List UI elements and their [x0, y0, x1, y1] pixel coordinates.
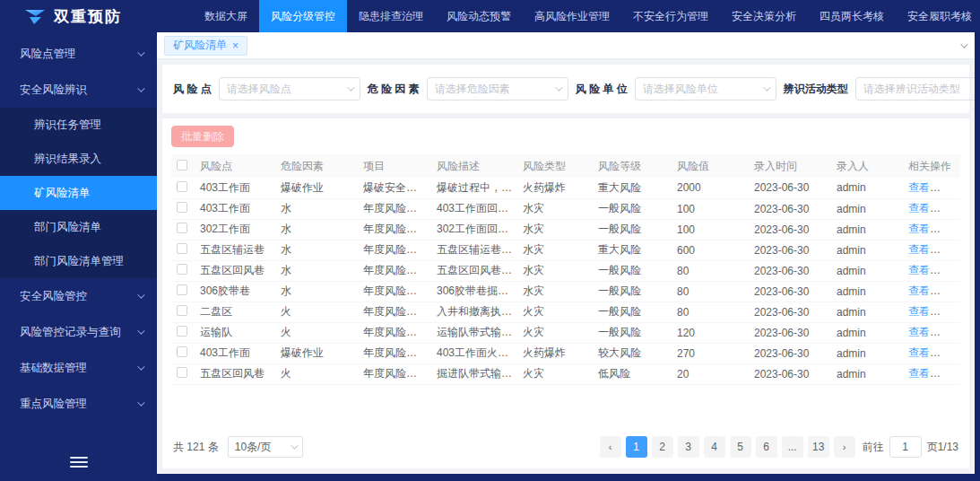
row-checkbox[interactable]: [177, 326, 187, 337]
row-actions: 查看修改删除: [903, 322, 960, 343]
table-cell: admin: [831, 178, 903, 198]
nav-item[interactable]: 四员两长考核: [808, 0, 896, 32]
select-all-checkbox[interactable]: [177, 160, 187, 171]
table-cell: 入井和撤离执行不到...: [431, 302, 517, 322]
table-cell: 运输队: [195, 322, 275, 343]
nav-item[interactable]: 高风险作业管理: [523, 0, 621, 32]
table-cell: 爆破作业: [275, 178, 358, 198]
row-checkbox[interactable]: [177, 367, 187, 378]
table-cell: 水灾: [517, 260, 593, 281]
filter-bar: 风 险 点请选择风险点危 险 因 素请选择危险因素风 险 单 位请选择风险单位辨…: [162, 65, 969, 113]
filter-select[interactable]: 请选择风险点: [219, 77, 360, 101]
next-page-button[interactable]: ›: [834, 436, 855, 458]
sidebar-group[interactable]: 基础数据管理: [0, 350, 157, 386]
row-actions: 查看修改删除: [903, 363, 960, 384]
nav-item[interactable]: 安全决策分析: [720, 0, 808, 32]
row-checkbox[interactable]: [177, 264, 187, 275]
table-cell: 水灾: [517, 219, 593, 240]
sidebar-collapse-button[interactable]: [0, 447, 157, 477]
view-link[interactable]: 查看: [908, 243, 930, 256]
table-cell: 2023-06-30: [749, 198, 831, 219]
filter-select[interactable]: 请选择危险因素: [427, 77, 568, 101]
view-link[interactable]: 查看: [908, 223, 930, 235]
prev-page-button[interactable]: ‹: [600, 436, 621, 458]
close-icon[interactable]: ×: [232, 40, 238, 51]
tab-options-chevron-icon[interactable]: [960, 40, 967, 48]
filter-item: 辨识活动类型请选择辨识活动类型: [784, 77, 975, 101]
view-link[interactable]: 查看: [908, 346, 930, 359]
sidebar-item[interactable]: 部门风险清单: [0, 210, 157, 244]
table-cell: 80: [672, 302, 749, 322]
view-link[interactable]: 查看: [908, 264, 930, 276]
page-ellipsis: ...: [782, 436, 803, 458]
sidebar-group[interactable]: 重点风险管理: [0, 386, 157, 422]
filter-select[interactable]: 请选择风险单位: [635, 77, 776, 101]
table-cell: 重大风险: [593, 240, 672, 260]
nav-item[interactable]: 风险动态预警: [435, 0, 523, 32]
view-link[interactable]: 查看: [908, 367, 930, 380]
table-cell: 403工作面: [195, 178, 275, 198]
row-checkbox[interactable]: [177, 202, 187, 213]
top-navbar: 双重预防 数据大屏风险分级管控隐患排查治理风险动态预警高风险作业管理不安全行为管…: [0, 0, 980, 32]
filter-label: 风 险 点: [173, 82, 212, 97]
tab-mine-risk-list[interactable]: 矿风险清单 ×: [164, 36, 247, 56]
tab-label: 矿风险清单: [173, 38, 227, 53]
column-header: 风险值: [672, 154, 749, 178]
view-link[interactable]: 查看: [908, 326, 930, 338]
row-checkbox[interactable]: [177, 223, 187, 233]
page-button[interactable]: 3: [678, 436, 699, 458]
view-link[interactable]: 查看: [908, 202, 930, 214]
filter-select[interactable]: 请选择辨识活动类型: [855, 77, 975, 101]
view-link[interactable]: 查看: [908, 181, 930, 194]
row-checkbox[interactable]: [177, 346, 187, 357]
nav-item[interactable]: 不安全行为管理: [621, 0, 720, 32]
table-cell: 20: [672, 363, 749, 384]
sidebar-group[interactable]: 风险点管理: [0, 36, 157, 72]
table-cell: 302工作面: [195, 219, 275, 240]
table-cell: 一般风险: [593, 302, 672, 322]
sidebar-group[interactable]: 风险管控记录与查询: [0, 314, 157, 350]
page-size-select[interactable]: 10条/页: [228, 436, 303, 458]
page-button[interactable]: 6: [756, 436, 777, 458]
sidebar-item[interactable]: 辨识结果录入: [0, 142, 157, 176]
table-cell: 火药爆炸: [517, 178, 593, 198]
sidebar-item[interactable]: 辨识任务管理: [0, 108, 157, 142]
view-link[interactable]: 查看: [908, 305, 930, 318]
table-cell: 爆破安全项目: [358, 178, 431, 198]
row-actions: 查看修改删除: [903, 178, 960, 198]
page-button[interactable]: 5: [730, 436, 751, 458]
app-root: 双重预防 数据大屏风险分级管控隐患排查治理风险动态预警高风险作业管理不安全行为管…: [0, 0, 980, 481]
table-cell: 2023-06-30: [749, 343, 831, 363]
table-cell: 五盘区回风巷掘进...: [431, 260, 517, 281]
table-row: 二盘区火年度风险辨识评估...入井和撤离执行不到...火灾一般风险802023-…: [171, 302, 960, 322]
nav-item[interactable]: 数据大屏: [193, 0, 259, 32]
goto-page-input[interactable]: [889, 436, 922, 458]
row-checkbox[interactable]: [177, 243, 187, 254]
sidebar-item[interactable]: 部门风险清单管理: [0, 244, 157, 278]
chevron-down-icon: [291, 442, 298, 449]
page-button[interactable]: 4: [704, 436, 725, 458]
filter-item: 危 险 因 素请选择危险因素: [368, 77, 568, 101]
nav-item[interactable]: 隐患排查治理: [347, 0, 435, 32]
filter-label: 危 险 因 素: [368, 82, 420, 97]
table-cell: admin: [831, 260, 903, 281]
nav-item[interactable]: 风险分级管控: [259, 0, 347, 32]
sidebar-group[interactable]: 安全风险辨识: [0, 72, 157, 108]
table-cell: admin: [831, 281, 903, 302]
page-button[interactable]: 1: [626, 436, 647, 458]
brand-logo-icon: [23, 6, 47, 26]
row-checkbox[interactable]: [177, 284, 187, 295]
sidebar-group[interactable]: 安全风险管控: [0, 278, 157, 314]
table-cell: 火灾: [517, 363, 593, 384]
sidebar-item[interactable]: 矿风险清单: [0, 176, 157, 210]
table-cell: 403工作面: [195, 343, 275, 363]
table-cell: 306胶带巷: [195, 281, 275, 302]
main-content: 矿风险清单 × 风 险 点请选择风险点危 险 因 素请选择危险因素风 险 单 位…: [157, 32, 975, 474]
view-link[interactable]: 查看: [908, 284, 930, 297]
row-checkbox[interactable]: [177, 305, 187, 316]
batch-delete-button[interactable]: 批量删除: [171, 126, 234, 147]
nav-item[interactable]: 安全履职考核: [896, 0, 980, 32]
page-button[interactable]: 13: [808, 436, 829, 458]
row-checkbox[interactable]: [177, 181, 187, 192]
page-button[interactable]: 2: [652, 436, 673, 458]
